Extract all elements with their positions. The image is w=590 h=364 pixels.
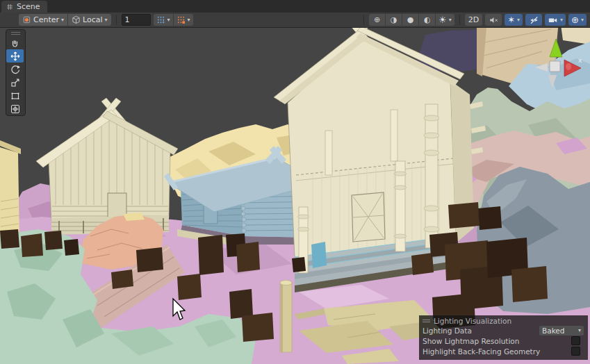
tool-hand[interactable] [6, 36, 24, 49]
rotate-icon [10, 64, 21, 75]
scene-toolbar: Center ▾ Local ▾ ▾ [0, 13, 590, 28]
house-yellow-left-edge[interactable] [0, 140, 21, 245]
tools-overlay-handle[interactable] [6, 30, 25, 36]
move-icon [10, 51, 21, 62]
lighting-data-label: Lighting Data [423, 326, 539, 335]
draw-mode-shaded-button[interactable]: ● [402, 14, 419, 26]
unity-scene-window: { "tab": { "title": "Scene" }, "toolbar"… [0, 0, 590, 364]
scene-lighting-button[interactable]: ☀ ▾ [436, 14, 454, 26]
handle-settings-group: Center ▾ Local ▾ [19, 14, 111, 26]
tab-label: Scene [17, 2, 40, 11]
toolbar-separator [363, 15, 364, 25]
tool-transform[interactable] [6, 102, 24, 115]
highlight-backfacing-row: Highlight Back-Facing Geometry [423, 346, 584, 356]
grid-visibility-button[interactable]: ▾ [154, 14, 174, 26]
gizmos-menu-button[interactable]: ⊕ ▾ [568, 14, 587, 26]
tool-scale[interactable] [6, 76, 24, 89]
cube-icon [72, 15, 81, 24]
draw-mode-wireframe-button[interactable]: ⊕ [369, 14, 386, 26]
chevron-down-icon: ▾ [581, 17, 584, 23]
tab-scene[interactable]: Scene [1, 1, 47, 13]
chevron-down-icon: ▾ [578, 328, 581, 333]
chevron-down-icon: ▾ [167, 17, 170, 23]
chevron-down-icon: ▾ [105, 17, 108, 23]
tool-move[interactable] [6, 49, 24, 63]
pivot-mode-button[interactable]: Center ▾ [19, 14, 68, 26]
grid-icon [6, 3, 13, 10]
tab-bar: Scene [0, 0, 590, 13]
draw-mode-shaded-wireframe-button[interactable]: ◑ [386, 14, 402, 26]
grid-snapping-button[interactable]: ▾ [174, 14, 193, 26]
hand-icon [10, 38, 21, 49]
scene-audio-button[interactable] [485, 14, 502, 26]
chevron-down-icon: ▾ [517, 17, 520, 23]
panel-title: Lighting Visualization [434, 317, 511, 325]
handle-rotation-label: Local [83, 15, 103, 24]
show-lightmap-resolution-checkbox[interactable] [571, 336, 580, 345]
tool-rotate[interactable] [6, 63, 24, 76]
snap-value-input[interactable] [122, 14, 151, 26]
draw-mode-group: ⊕ ◑ ● ◐ ☀ ▾ [369, 14, 454, 26]
scene-effects-button[interactable]: ✶ ▾ [505, 14, 523, 26]
gizmo-sphere-icon: ⊕ [571, 15, 579, 24]
tools-overlay [6, 29, 26, 116]
scene-camera-button[interactable]: ▾ [545, 14, 566, 26]
panel-drag-handle[interactable] [423, 320, 430, 322]
gizmo-x-label: x [578, 57, 582, 64]
scene-render: x [0, 28, 590, 364]
lighting-data-dropdown[interactable]: Baked ▾ [539, 326, 584, 336]
eye-slash-icon [529, 15, 539, 25]
lighting-data-row: Lighting Data Baked ▾ [423, 325, 584, 336]
chevron-down-icon: ▾ [449, 17, 452, 23]
toolbar-separator [459, 15, 460, 25]
pivot-icon [22, 15, 31, 24]
transform-icon [10, 104, 21, 115]
lighting-visualization-panel: Lighting Visualization Lighting Data Bak… [419, 315, 588, 360]
tool-rect[interactable] [6, 89, 24, 102]
shaded-wireframe-sphere-icon: ◑ [391, 16, 398, 24]
grid-dots-orange-icon [177, 15, 186, 24]
show-lightmap-resolution-label: Show Lightmap Resolution [423, 337, 571, 345]
sun-icon: ☀ [439, 15, 447, 24]
gizmo-center-cube[interactable] [550, 61, 560, 72]
lighting-data-value: Baked [542, 326, 578, 335]
mode-2d-button[interactable]: 2D [465, 14, 482, 26]
handle-rotation-button[interactable]: Local ▾ [68, 14, 111, 26]
mode-2d-label: 2D [468, 15, 479, 24]
show-lightmap-resolution-row: Show Lightmap Resolution [423, 336, 584, 346]
scene-visibility-button[interactable] [525, 14, 542, 26]
chevron-down-icon: ▾ [188, 17, 190, 23]
chevron-down-icon: ▾ [61, 17, 64, 23]
toolbar-separator [116, 15, 117, 25]
highlight-backfacing-label: Highlight Back-Facing Geometry [423, 347, 571, 356]
wireframe-sphere-icon: ⊕ [374, 16, 380, 24]
draw-mode-lit-button[interactable]: ◐ [419, 14, 436, 26]
chevron-down-icon: ▾ [560, 17, 563, 23]
rect-tool-icon [10, 90, 21, 101]
shaded-sphere-icon: ● [407, 16, 414, 24]
pivot-mode-label: Center [33, 15, 59, 24]
highlight-backfacing-checkbox[interactable] [571, 347, 580, 356]
effects-star-icon: ✶ [507, 15, 515, 24]
grid-snap-group: ▾ ▾ [154, 14, 193, 26]
camera-icon [548, 15, 558, 25]
speaker-muted-icon [489, 15, 499, 25]
scale-icon [10, 77, 21, 88]
cylinder-post[interactable] [280, 281, 292, 353]
grid-dots-blue-icon [156, 15, 165, 24]
lit-sphere-icon: ◐ [424, 16, 431, 24]
scene-viewport[interactable]: x [0, 28, 590, 364]
